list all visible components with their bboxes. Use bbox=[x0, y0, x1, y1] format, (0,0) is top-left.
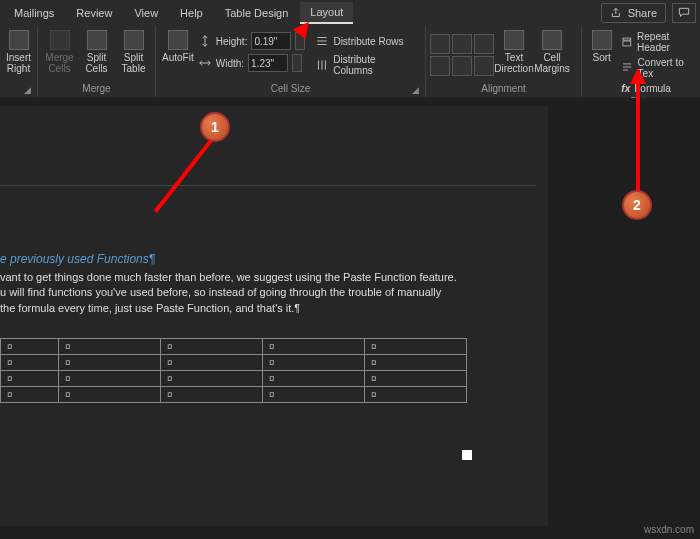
sample-table[interactable]: ¤¤¤¤¤ ¤¤¤¤¤ ¤¤¤¤¤ ¤¤¤¤¤ bbox=[0, 338, 467, 403]
insert-right-button[interactable]: Insert Right bbox=[4, 28, 33, 76]
width-icon bbox=[198, 56, 212, 70]
cell-margins-button[interactable]: Cell Margins bbox=[534, 28, 570, 76]
table-row[interactable]: ¤¤¤¤¤ bbox=[1, 371, 467, 387]
align-top-left[interactable] bbox=[430, 34, 450, 54]
share-icon bbox=[610, 6, 624, 20]
autofit-button[interactable]: AutoFit bbox=[160, 28, 196, 65]
dialog-launcher-icon[interactable]: ◢ bbox=[24, 85, 31, 95]
split-cells-label: Split Cells bbox=[81, 52, 112, 74]
height-input[interactable] bbox=[251, 32, 291, 50]
cell-margins-label: Cell Margins bbox=[534, 52, 570, 74]
distribute-rows-icon bbox=[315, 34, 329, 48]
callout-arrow-2 bbox=[636, 80, 640, 192]
callout-arrowhead-2 bbox=[630, 68, 646, 84]
watermark: wsxdn.com bbox=[644, 524, 694, 535]
tab-mailings[interactable]: Mailings bbox=[4, 3, 64, 23]
width-spinner[interactable] bbox=[292, 54, 302, 72]
group-rows-columns: Insert Right ◢ bbox=[0, 26, 38, 97]
callout-badge-1: 1 bbox=[200, 112, 230, 142]
table-row[interactable]: ¤¤¤¤¤ bbox=[1, 387, 467, 403]
align-mid-right[interactable] bbox=[474, 56, 494, 76]
align-top-center[interactable] bbox=[452, 34, 472, 54]
sort-label: Sort bbox=[592, 52, 610, 63]
paragraph-line2: u will find functions you've used before… bbox=[0, 285, 536, 300]
alignment-group-label: Alignment bbox=[430, 82, 577, 97]
group-merge: Merge Cells Split Cells Split Table Merg… bbox=[38, 26, 156, 97]
split-cells-icon bbox=[87, 30, 107, 50]
table-row[interactable]: ¤¤¤¤¤ bbox=[1, 339, 467, 355]
ribbon-right: Share bbox=[601, 3, 696, 23]
table-row[interactable]: ¤¤¤¤¤ bbox=[1, 355, 467, 371]
repeat-header-icon bbox=[621, 35, 633, 49]
group-data: Sort Repeat Header Convert to Tex fx For… bbox=[582, 26, 700, 97]
share-label: Share bbox=[628, 7, 657, 19]
cell-size-group-label: Cell Size◢ bbox=[160, 82, 421, 97]
heading-text: e previously used Functions¶ bbox=[0, 252, 536, 266]
cell-dimensions: Height: Width: bbox=[198, 28, 306, 72]
tab-review[interactable]: Review bbox=[66, 3, 122, 23]
split-table-button[interactable]: Split Table bbox=[116, 28, 151, 76]
distribute-rows-button[interactable]: Distribute Rows bbox=[315, 34, 417, 48]
document-area[interactable]: e previously used Functions¶ vant to get… bbox=[0, 98, 700, 539]
distribute-buttons: Distribute Rows Distribute Columns bbox=[307, 28, 421, 76]
insert-right-label: Insert Right bbox=[6, 52, 31, 74]
split-table-label: Split Table bbox=[118, 52, 149, 74]
distribute-columns-label: Distribute Columns bbox=[333, 54, 417, 76]
insert-right-icon bbox=[9, 30, 29, 50]
paragraph-line1: vant to get things done much faster than… bbox=[0, 270, 536, 285]
repeat-header-button[interactable]: Repeat Header bbox=[619, 30, 696, 54]
text-direction-label: Text Direction bbox=[494, 52, 533, 74]
sort-button[interactable]: Sort bbox=[586, 28, 617, 65]
distribute-columns-icon bbox=[315, 58, 329, 72]
sort-icon bbox=[592, 30, 612, 50]
repeat-header-label: Repeat Header bbox=[637, 31, 694, 53]
height-icon bbox=[198, 34, 212, 48]
text-direction-icon bbox=[504, 30, 524, 50]
ribbon-body: Insert Right ◢ Merge Cells Split Cells S… bbox=[0, 26, 700, 98]
split-table-icon bbox=[124, 30, 144, 50]
cell-margins-icon bbox=[542, 30, 562, 50]
align-mid-left[interactable] bbox=[430, 56, 450, 76]
ribbon-tabs: Mailings Review View Help Table Design L… bbox=[0, 0, 700, 26]
svg-rect-0 bbox=[623, 38, 631, 40]
callout-badge-2: 2 bbox=[622, 190, 652, 220]
convert-text-label: Convert to Tex bbox=[638, 57, 694, 79]
merge-cells-icon bbox=[50, 30, 70, 50]
merge-cells-label: Merge Cells bbox=[44, 52, 75, 74]
autofit-icon bbox=[168, 30, 188, 50]
group-alignment: Text Direction Cell Margins Alignment bbox=[426, 26, 582, 97]
split-cells-button[interactable]: Split Cells bbox=[79, 28, 114, 76]
alignment-grid bbox=[430, 28, 494, 76]
formula-icon: fx bbox=[621, 83, 630, 94]
share-button[interactable]: Share bbox=[601, 3, 666, 23]
height-label: Height: bbox=[216, 36, 248, 47]
svg-rect-1 bbox=[623, 41, 631, 46]
tab-help[interactable]: Help bbox=[170, 3, 213, 23]
paragraph-line3: the formula every time, just use Paste F… bbox=[0, 301, 536, 316]
text-direction-button[interactable]: Text Direction bbox=[496, 28, 532, 76]
tab-view[interactable]: View bbox=[124, 3, 168, 23]
dialog-launcher-icon[interactable]: ◢ bbox=[412, 85, 419, 95]
table-resize-handle[interactable] bbox=[462, 450, 472, 460]
autofit-label: AutoFit bbox=[162, 52, 194, 63]
comment-icon bbox=[677, 6, 691, 20]
width-label: Width: bbox=[216, 58, 244, 69]
merge-group-label: Merge bbox=[42, 82, 151, 97]
page: e previously used Functions¶ vant to get… bbox=[0, 106, 548, 526]
merge-cells-button: Merge Cells bbox=[42, 28, 77, 76]
align-mid-center[interactable] bbox=[452, 56, 472, 76]
group-cell-size: AutoFit Height: Width: bbox=[156, 26, 426, 97]
distribute-columns-button[interactable]: Distribute Columns bbox=[315, 54, 417, 76]
comments-button[interactable] bbox=[672, 3, 696, 23]
align-top-right[interactable] bbox=[474, 34, 494, 54]
distribute-rows-label: Distribute Rows bbox=[333, 36, 403, 47]
width-input[interactable] bbox=[248, 54, 288, 72]
tab-table-design[interactable]: Table Design bbox=[215, 3, 299, 23]
